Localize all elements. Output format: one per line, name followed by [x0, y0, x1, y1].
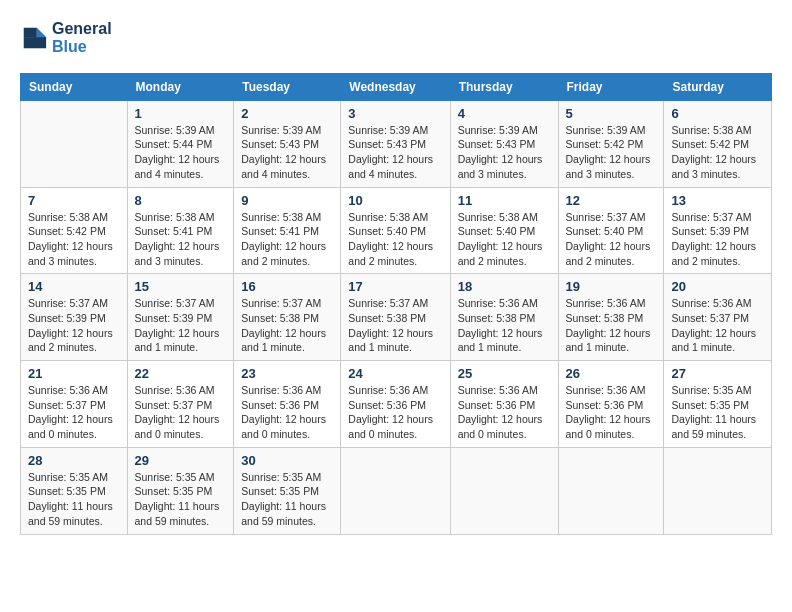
day-info: Sunrise: 5:38 AM Sunset: 5:41 PM Dayligh… [135, 210, 227, 269]
calendar-cell [21, 100, 128, 187]
day-info: Sunrise: 5:37 AM Sunset: 5:39 PM Dayligh… [671, 210, 764, 269]
calendar-cell: 26Sunrise: 5:36 AM Sunset: 5:36 PM Dayli… [558, 361, 664, 448]
day-number: 14 [28, 279, 120, 294]
day-info: Sunrise: 5:37 AM Sunset: 5:38 PM Dayligh… [241, 296, 333, 355]
week-row-3: 14Sunrise: 5:37 AM Sunset: 5:39 PM Dayli… [21, 274, 772, 361]
day-number: 13 [671, 193, 764, 208]
calendar-cell [664, 447, 772, 534]
calendar-cell: 9Sunrise: 5:38 AM Sunset: 5:41 PM Daylig… [234, 187, 341, 274]
day-info: Sunrise: 5:35 AM Sunset: 5:35 PM Dayligh… [671, 383, 764, 442]
day-info: Sunrise: 5:36 AM Sunset: 5:36 PM Dayligh… [566, 383, 657, 442]
week-row-1: 1Sunrise: 5:39 AM Sunset: 5:44 PM Daylig… [21, 100, 772, 187]
col-header-monday: Monday [127, 73, 234, 100]
day-info: Sunrise: 5:36 AM Sunset: 5:36 PM Dayligh… [458, 383, 551, 442]
day-info: Sunrise: 5:36 AM Sunset: 5:36 PM Dayligh… [241, 383, 333, 442]
day-number: 4 [458, 106, 551, 121]
day-number: 19 [566, 279, 657, 294]
day-info: Sunrise: 5:36 AM Sunset: 5:37 PM Dayligh… [671, 296, 764, 355]
calendar-cell: 6Sunrise: 5:38 AM Sunset: 5:42 PM Daylig… [664, 100, 772, 187]
calendar-cell [558, 447, 664, 534]
day-number: 12 [566, 193, 657, 208]
calendar-cell: 18Sunrise: 5:36 AM Sunset: 5:38 PM Dayli… [450, 274, 558, 361]
col-header-saturday: Saturday [664, 73, 772, 100]
day-number: 25 [458, 366, 551, 381]
calendar-cell: 11Sunrise: 5:38 AM Sunset: 5:40 PM Dayli… [450, 187, 558, 274]
day-number: 15 [135, 279, 227, 294]
calendar-table: SundayMondayTuesdayWednesdayThursdayFrid… [20, 73, 772, 535]
calendar-cell [450, 447, 558, 534]
day-info: Sunrise: 5:39 AM Sunset: 5:43 PM Dayligh… [241, 123, 333, 182]
day-info: Sunrise: 5:38 AM Sunset: 5:40 PM Dayligh… [458, 210, 551, 269]
calendar-cell: 12Sunrise: 5:37 AM Sunset: 5:40 PM Dayli… [558, 187, 664, 274]
day-number: 6 [671, 106, 764, 121]
col-header-wednesday: Wednesday [341, 73, 450, 100]
calendar-cell: 23Sunrise: 5:36 AM Sunset: 5:36 PM Dayli… [234, 361, 341, 448]
calendar-cell: 17Sunrise: 5:37 AM Sunset: 5:38 PM Dayli… [341, 274, 450, 361]
day-info: Sunrise: 5:39 AM Sunset: 5:44 PM Dayligh… [135, 123, 227, 182]
col-header-friday: Friday [558, 73, 664, 100]
day-number: 24 [348, 366, 442, 381]
day-info: Sunrise: 5:36 AM Sunset: 5:36 PM Dayligh… [348, 383, 442, 442]
col-header-sunday: Sunday [21, 73, 128, 100]
day-info: Sunrise: 5:38 AM Sunset: 5:41 PM Dayligh… [241, 210, 333, 269]
day-number: 29 [135, 453, 227, 468]
day-info: Sunrise: 5:39 AM Sunset: 5:43 PM Dayligh… [348, 123, 442, 182]
day-info: Sunrise: 5:35 AM Sunset: 5:35 PM Dayligh… [135, 470, 227, 529]
day-info: Sunrise: 5:37 AM Sunset: 5:39 PM Dayligh… [135, 296, 227, 355]
day-number: 20 [671, 279, 764, 294]
day-number: 1 [135, 106, 227, 121]
calendar-cell: 2Sunrise: 5:39 AM Sunset: 5:43 PM Daylig… [234, 100, 341, 187]
calendar-cell: 5Sunrise: 5:39 AM Sunset: 5:42 PM Daylig… [558, 100, 664, 187]
calendar-cell: 27Sunrise: 5:35 AM Sunset: 5:35 PM Dayli… [664, 361, 772, 448]
day-number: 28 [28, 453, 120, 468]
day-info: Sunrise: 5:37 AM Sunset: 5:38 PM Dayligh… [348, 296, 442, 355]
day-number: 5 [566, 106, 657, 121]
day-number: 17 [348, 279, 442, 294]
logo-icon [20, 24, 48, 52]
calendar-cell: 20Sunrise: 5:36 AM Sunset: 5:37 PM Dayli… [664, 274, 772, 361]
calendar-cell: 10Sunrise: 5:38 AM Sunset: 5:40 PM Dayli… [341, 187, 450, 274]
day-info: Sunrise: 5:36 AM Sunset: 5:38 PM Dayligh… [566, 296, 657, 355]
day-number: 18 [458, 279, 551, 294]
day-info: Sunrise: 5:36 AM Sunset: 5:37 PM Dayligh… [135, 383, 227, 442]
day-number: 23 [241, 366, 333, 381]
calendar-cell: 14Sunrise: 5:37 AM Sunset: 5:39 PM Dayli… [21, 274, 128, 361]
day-number: 3 [348, 106, 442, 121]
calendar-cell: 4Sunrise: 5:39 AM Sunset: 5:43 PM Daylig… [450, 100, 558, 187]
calendar-cell: 24Sunrise: 5:36 AM Sunset: 5:36 PM Dayli… [341, 361, 450, 448]
day-number: 10 [348, 193, 442, 208]
day-info: Sunrise: 5:37 AM Sunset: 5:40 PM Dayligh… [566, 210, 657, 269]
day-number: 8 [135, 193, 227, 208]
day-number: 26 [566, 366, 657, 381]
day-number: 21 [28, 366, 120, 381]
day-info: Sunrise: 5:36 AM Sunset: 5:38 PM Dayligh… [458, 296, 551, 355]
day-number: 2 [241, 106, 333, 121]
svg-marker-0 [37, 28, 46, 37]
day-number: 22 [135, 366, 227, 381]
calendar-cell: 28Sunrise: 5:35 AM Sunset: 5:35 PM Dayli… [21, 447, 128, 534]
day-number: 16 [241, 279, 333, 294]
week-row-4: 21Sunrise: 5:36 AM Sunset: 5:37 PM Dayli… [21, 361, 772, 448]
calendar-cell: 3Sunrise: 5:39 AM Sunset: 5:43 PM Daylig… [341, 100, 450, 187]
day-number: 7 [28, 193, 120, 208]
svg-rect-2 [24, 37, 46, 48]
day-info: Sunrise: 5:35 AM Sunset: 5:35 PM Dayligh… [28, 470, 120, 529]
svg-rect-1 [24, 28, 37, 37]
calendar-cell: 30Sunrise: 5:35 AM Sunset: 5:35 PM Dayli… [234, 447, 341, 534]
calendar-cell: 13Sunrise: 5:37 AM Sunset: 5:39 PM Dayli… [664, 187, 772, 274]
day-info: Sunrise: 5:37 AM Sunset: 5:39 PM Dayligh… [28, 296, 120, 355]
col-header-tuesday: Tuesday [234, 73, 341, 100]
day-info: Sunrise: 5:35 AM Sunset: 5:35 PM Dayligh… [241, 470, 333, 529]
day-number: 30 [241, 453, 333, 468]
day-info: Sunrise: 5:36 AM Sunset: 5:37 PM Dayligh… [28, 383, 120, 442]
calendar-cell: 29Sunrise: 5:35 AM Sunset: 5:35 PM Dayli… [127, 447, 234, 534]
calendar-cell [341, 447, 450, 534]
day-info: Sunrise: 5:39 AM Sunset: 5:42 PM Dayligh… [566, 123, 657, 182]
day-info: Sunrise: 5:39 AM Sunset: 5:43 PM Dayligh… [458, 123, 551, 182]
day-info: Sunrise: 5:38 AM Sunset: 5:40 PM Dayligh… [348, 210, 442, 269]
logo-text: GeneralBlue [52, 20, 112, 57]
week-row-5: 28Sunrise: 5:35 AM Sunset: 5:35 PM Dayli… [21, 447, 772, 534]
day-number: 11 [458, 193, 551, 208]
week-row-2: 7Sunrise: 5:38 AM Sunset: 5:42 PM Daylig… [21, 187, 772, 274]
calendar-cell: 15Sunrise: 5:37 AM Sunset: 5:39 PM Dayli… [127, 274, 234, 361]
